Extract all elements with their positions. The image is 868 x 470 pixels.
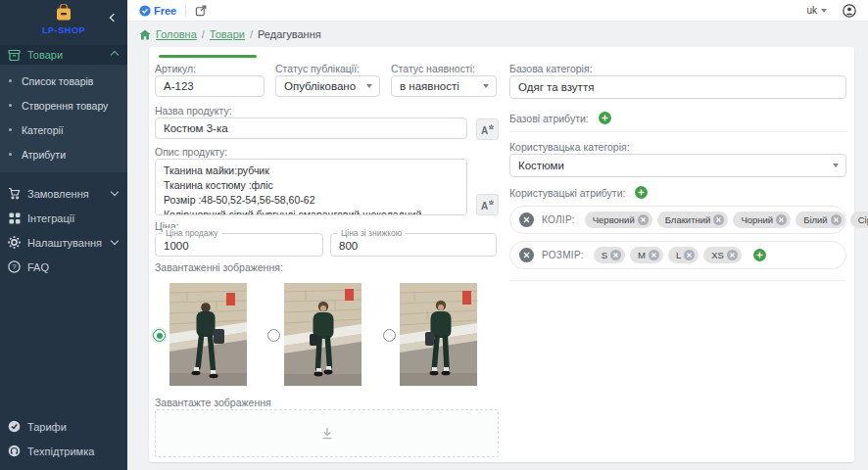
translate-icon: A bbox=[480, 199, 495, 212]
sidebar-item-faq[interactable]: ? FAQ bbox=[0, 256, 127, 278]
chevron-down-icon bbox=[366, 84, 372, 88]
chip-close-icon[interactable] bbox=[727, 250, 738, 260]
sidebar-item-settings[interactable]: Налаштування bbox=[0, 231, 127, 254]
bullet-icon bbox=[9, 104, 12, 107]
attribute-row-size: РОЗМІР: S M L XS bbox=[509, 241, 846, 269]
product-name-input[interactable] bbox=[155, 118, 467, 139]
chip-close-icon[interactable] bbox=[831, 214, 842, 225]
sidebar: LP-SHOP Товари Список товарів Створення … bbox=[0, 0, 127, 470]
availability-status-select[interactable]: в наявності bbox=[391, 75, 497, 97]
description-label: Опис продукту: bbox=[155, 146, 227, 158]
chip-close-icon[interactable] bbox=[649, 250, 659, 260]
external-link-icon[interactable] bbox=[195, 5, 207, 17]
sidebar-item-label: Тарифи bbox=[27, 421, 118, 433]
download-icon bbox=[320, 427, 334, 440]
sidebar-subitem-categories[interactable]: Категорії bbox=[0, 118, 127, 142]
availability-status-label: Статус наявності: bbox=[391, 63, 475, 74]
translate-icon: A bbox=[480, 123, 495, 136]
box-icon bbox=[8, 49, 21, 62]
upload-label: Завантажте зображення bbox=[155, 397, 271, 408]
section-divider bbox=[509, 131, 846, 132]
language-label: uk bbox=[806, 5, 817, 16]
badge-check-icon bbox=[8, 420, 21, 433]
subitem-label: Категорії bbox=[22, 124, 64, 136]
chip-close-icon[interactable] bbox=[713, 214, 724, 225]
attribute-name: КОЛІР: bbox=[542, 214, 575, 225]
discount-price-floating-label: Ціна зі знижкою bbox=[338, 228, 405, 238]
base-category-label: Базова категорія: bbox=[509, 63, 593, 74]
image-radio-3[interactable] bbox=[383, 329, 396, 342]
chip-size: M bbox=[630, 247, 663, 263]
sidebar-item-integrations[interactable]: Інтеграції bbox=[0, 207, 127, 229]
verified-icon bbox=[139, 5, 151, 17]
chip-size: XS bbox=[703, 247, 742, 263]
add-base-attribute-button[interactable] bbox=[599, 112, 611, 124]
sidebar-subitem-attributes[interactable]: Атрибути bbox=[0, 142, 127, 166]
chip-color: Білий bbox=[796, 212, 845, 228]
publish-status-label: Статус публікації: bbox=[275, 63, 360, 74]
sale-price-floating-label: Ціна продажу bbox=[163, 228, 221, 238]
person-icon bbox=[843, 4, 856, 18]
breadcrumb-current: Редагування bbox=[258, 28, 321, 40]
chip-close-icon[interactable] bbox=[638, 214, 649, 225]
product-name-label: Назва продукту: bbox=[155, 105, 232, 117]
plan-badge-label: Free bbox=[154, 5, 176, 17]
image-radio-2[interactable] bbox=[267, 329, 280, 342]
product-photo-3 bbox=[400, 283, 477, 386]
sidebar-item-support[interactable]: Техпідтримка bbox=[0, 440, 127, 462]
sku-label: Артикул: bbox=[155, 63, 196, 74]
chip-color: Чорний bbox=[733, 212, 791, 228]
add-size-value-button[interactable] bbox=[753, 249, 766, 261]
brand-name: LP-SHOP bbox=[0, 25, 127, 35]
breadcrumb-separator: / bbox=[202, 28, 205, 40]
add-user-attribute-button[interactable] bbox=[635, 186, 648, 199]
remove-size-attribute-button[interactable] bbox=[519, 248, 534, 262]
translate-description-button[interactable]: A bbox=[476, 194, 499, 215]
upload-dropzone[interactable] bbox=[155, 409, 499, 457]
user-attributes-label: Користувацькі атрибути: bbox=[509, 187, 625, 199]
chip-close-icon[interactable] bbox=[684, 250, 695, 260]
chip-close-icon[interactable] bbox=[776, 214, 787, 225]
color-chips: Червоний Блакитний Чорний Білий Сірий bbox=[585, 212, 868, 228]
sidebar-subitem-product-list[interactable]: Список товарів bbox=[0, 69, 127, 93]
chip-label: XS bbox=[711, 250, 724, 260]
description-textarea[interactable]: Тканина майки:рубчик Тканина костюму :фл… bbox=[155, 159, 467, 215]
topbar-divider bbox=[185, 5, 186, 17]
sidebar-item-tariffs[interactable]: Тарифи bbox=[0, 415, 127, 438]
language-selector[interactable]: uk bbox=[806, 5, 827, 16]
chip-color: Сірий bbox=[850, 212, 868, 228]
base-category-input[interactable] bbox=[509, 75, 846, 99]
sidebar-item-orders[interactable]: Замовлення bbox=[0, 182, 127, 205]
user-category-label: Користувацька категорія: bbox=[509, 141, 630, 153]
chip-close-icon[interactable] bbox=[610, 250, 621, 260]
sku-input[interactable] bbox=[155, 75, 265, 97]
base-attributes-header: Базові атрибути: bbox=[509, 112, 611, 124]
sidebar-item-products[interactable]: Товари bbox=[0, 45, 127, 65]
remove-color-attribute-button[interactable] bbox=[519, 212, 534, 227]
svg-text:A: A bbox=[481, 201, 488, 212]
svg-text:A: A bbox=[481, 125, 488, 136]
chip-label: M bbox=[638, 250, 646, 260]
radio-dot bbox=[157, 333, 163, 339]
breadcrumb-products-link[interactable]: Товари bbox=[210, 28, 245, 40]
sidebar-subitem-create-product[interactable]: Створення товару bbox=[0, 93, 127, 118]
breadcrumb-home-link[interactable]: Головна bbox=[156, 28, 197, 40]
publish-status-select[interactable]: Опубліковано bbox=[275, 75, 380, 97]
active-tab-indicator bbox=[159, 55, 257, 58]
translate-name-button[interactable]: A bbox=[476, 118, 499, 140]
user-avatar[interactable] bbox=[843, 4, 856, 18]
topbar: Free uk bbox=[127, 0, 868, 22]
svg-text:?: ? bbox=[12, 262, 17, 271]
chip-label: Сірий bbox=[858, 214, 868, 225]
chip-color: Блакитний bbox=[657, 212, 729, 228]
product-photo-2 bbox=[284, 283, 362, 386]
image-radio-1[interactable] bbox=[153, 329, 166, 342]
app-window: LP-SHOP Товари Список товарів Створення … bbox=[0, 0, 868, 470]
chevron-down-icon bbox=[111, 188, 119, 196]
plan-badge[interactable]: Free bbox=[139, 5, 176, 17]
subitem-label: Створення товару bbox=[22, 100, 108, 112]
chip-label: Чорний bbox=[741, 214, 773, 225]
section-divider bbox=[509, 280, 846, 281]
user-category-select[interactable]: Костюми bbox=[509, 154, 846, 177]
home-icon bbox=[139, 29, 151, 40]
